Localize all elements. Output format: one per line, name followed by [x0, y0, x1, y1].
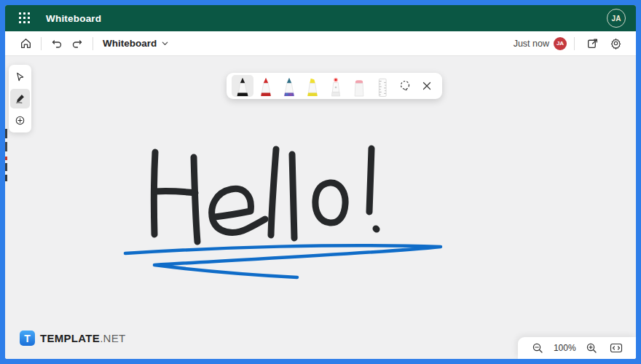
zoom-out-button[interactable]: [529, 339, 546, 357]
laser-pointer-icon: [327, 76, 345, 97]
zoom-out-icon: [532, 342, 543, 354]
undo-icon: [51, 38, 63, 50]
zoom-level[interactable]: 100%: [554, 343, 576, 353]
ink-tool-button[interactable]: [10, 89, 30, 108]
add-icon: [15, 115, 25, 126]
app-launcher-icon[interactable]: [15, 9, 34, 28]
home-button[interactable]: [15, 34, 36, 53]
close-icon: [422, 81, 432, 91]
last-saved-status: Just now: [514, 39, 549, 49]
eraser-tool[interactable]: [348, 75, 370, 97]
add-tool-button[interactable]: [10, 111, 30, 130]
pen-icon: [15, 93, 25, 104]
saved-by-badge: JA: [554, 37, 567, 50]
zoom-in-button[interactable]: [583, 339, 600, 357]
whiteboard-canvas[interactable]: T TEMPLATE.NET 100%: [5, 56, 636, 359]
laser-pointer-tool[interactable]: [325, 75, 347, 97]
eraser-icon: [350, 76, 368, 97]
redo-icon: [71, 38, 83, 50]
divider: [41, 37, 42, 50]
fit-to-screen-button[interactable]: [607, 339, 625, 357]
app-header: Whiteboard JA: [5, 5, 636, 31]
settings-gear-icon: [610, 37, 622, 50]
board-title: Whiteboard: [103, 38, 157, 49]
black-pen-tool[interactable]: [232, 75, 253, 97]
ruler-icon: [374, 76, 391, 97]
select-tool-button[interactable]: [10, 67, 30, 87]
ink-drawing-hello: [5, 56, 636, 359]
lasso-select-icon: [398, 79, 412, 92]
red-pen-tool[interactable]: [255, 75, 277, 97]
close-pen-toolbar-button[interactable]: [417, 75, 437, 97]
board-title-menu[interactable]: Whiteboard: [103, 38, 169, 49]
menubar: Whiteboard Just now JA: [5, 31, 636, 56]
brand-name-light: .NET: [100, 332, 125, 344]
share-button[interactable]: [582, 34, 602, 53]
divider: [93, 37, 93, 50]
account-avatar[interactable]: JA: [607, 9, 626, 28]
galaxy-pen-tool[interactable]: [278, 75, 300, 97]
app-title: Whiteboard: [46, 13, 101, 24]
zoom-in-icon: [586, 342, 597, 354]
lasso-select-button[interactable]: [395, 75, 415, 97]
cursor-arrow-icon: [15, 71, 25, 82]
pen-toolbar: [227, 73, 442, 99]
brand-name-bold: TEMPLATE: [40, 332, 100, 344]
divider: [574, 37, 575, 50]
zoom-panel: 100%: [518, 337, 636, 359]
share-icon: [586, 37, 599, 50]
yellow-highlighter-icon: [304, 76, 321, 97]
black-pen-icon: [234, 76, 251, 97]
ruler-tool[interactable]: [371, 75, 393, 97]
undo-button[interactable]: [47, 34, 67, 53]
chevron-down-icon: [161, 39, 169, 47]
template-logo: T: [20, 331, 35, 346]
whiteboard-window: Whiteboard JA Whiteboard: [5, 5, 636, 359]
tool-rail: [9, 65, 31, 132]
template-net-brand: T TEMPLATE.NET: [20, 331, 126, 346]
settings-button[interactable]: [605, 34, 626, 53]
fit-to-screen-icon: [610, 343, 623, 353]
home-icon: [20, 37, 32, 50]
red-pen-icon: [257, 76, 275, 97]
redo-button[interactable]: [67, 34, 87, 53]
highlighter-tool[interactable]: [302, 75, 323, 97]
galaxy-pen-icon: [280, 76, 298, 97]
